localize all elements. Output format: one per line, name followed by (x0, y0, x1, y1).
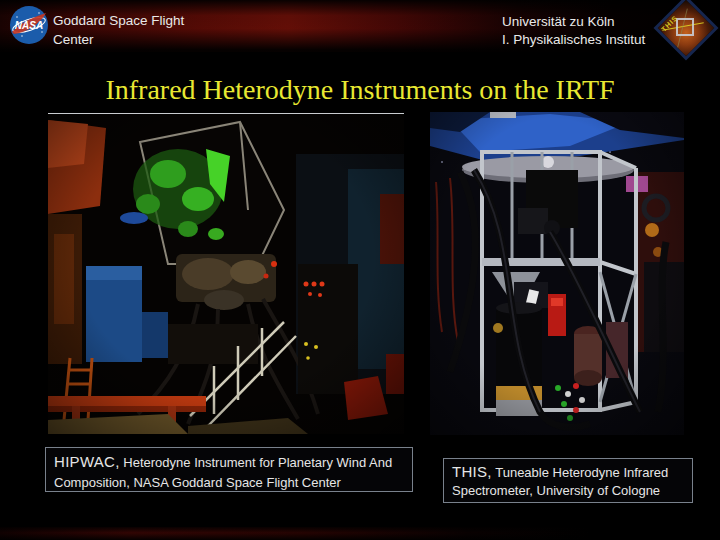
org-text-line: Goddard Space Flight (53, 11, 184, 30)
this-logo-reticle (676, 18, 694, 36)
slide-title: Infrared Heterodyne Instruments on the I… (0, 74, 720, 106)
this-logo-icon: THIS (654, 0, 712, 53)
this-caption: THIS, Tuneable Heterodyne Infrared Spect… (443, 458, 693, 503)
this-photo (430, 112, 684, 435)
caption-lead: THIS, (452, 463, 492, 480)
right-org-text: Universität zu Köln I. Physikalisches In… (502, 13, 645, 49)
slide: NASA Goddard Space Flight Center Univers… (0, 0, 720, 540)
hipwac-caption: HIPWAC, Heterodyne Instrument for Planet… (45, 447, 413, 492)
caption-lead: HIPWAC, (54, 453, 120, 470)
left-org-text: Goddard Space Flight Center (53, 11, 184, 49)
nasa-logo-text: NASA (15, 20, 43, 31)
org-text-line: Universität zu Köln (502, 13, 645, 31)
org-text-line: I. Physikalisches Institut (502, 31, 645, 49)
hipwac-photo (48, 113, 404, 434)
footer-bar (0, 527, 720, 540)
nasa-logo-icon: NASA (9, 5, 49, 45)
org-text-line: Center (53, 30, 184, 49)
